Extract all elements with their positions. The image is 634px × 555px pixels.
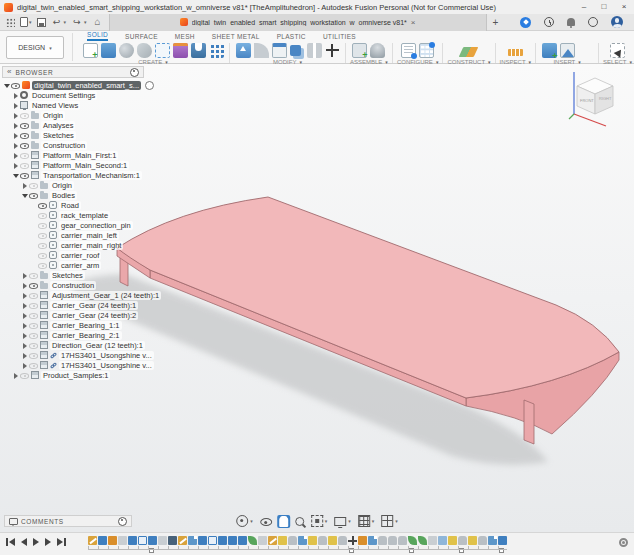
file-button[interactable]: ▾ bbox=[20, 17, 32, 27]
eye-hidden-icon[interactable] bbox=[20, 151, 29, 159]
timeline-feature-leaf-icon[interactable] bbox=[248, 536, 257, 545]
eye-hidden-icon[interactable] bbox=[29, 321, 38, 329]
browser-row[interactable]: Document Settings bbox=[2, 90, 144, 100]
data-panel-grid-button[interactable] bbox=[6, 18, 15, 27]
expander-closed-icon[interactable] bbox=[13, 143, 18, 148]
timeline-feature-hand-icon[interactable] bbox=[288, 536, 297, 545]
configure-icon[interactable] bbox=[401, 43, 416, 58]
timeline-feature-sketch-icon[interactable] bbox=[88, 536, 97, 545]
timeline-feature-dxf-icon[interactable] bbox=[308, 536, 317, 545]
timeline-feature-form-icon[interactable] bbox=[358, 536, 367, 545]
fit-button[interactable]: ▾ bbox=[309, 514, 330, 528]
expander-closed-icon[interactable] bbox=[22, 283, 27, 288]
eye-hidden-icon[interactable] bbox=[29, 331, 38, 339]
timeline-feature-extrude-icon[interactable] bbox=[498, 536, 507, 545]
browser-row[interactable]: Platform_Main_Second:1 bbox=[2, 160, 144, 170]
browser-row[interactable]: Origin bbox=[2, 180, 144, 190]
eye-hidden-icon[interactable] bbox=[29, 291, 38, 299]
home-button[interactable] bbox=[92, 16, 104, 28]
display-settings-button[interactable]: ▾ bbox=[332, 515, 353, 527]
browser-row[interactable]: Platform_Main_First:1 bbox=[2, 150, 144, 160]
timeline-feature-flag-icon[interactable] bbox=[298, 536, 307, 545]
create-sketch-icon[interactable] bbox=[83, 43, 98, 58]
orbit-button[interactable]: ▾ bbox=[234, 514, 255, 528]
loft-icon[interactable] bbox=[155, 43, 170, 58]
ribbon-tab-utilities[interactable]: UTILITIES bbox=[323, 33, 356, 41]
browser-row[interactable]: Origin bbox=[2, 110, 144, 120]
browser-row[interactable]: Carrier_Bearing_1:1 bbox=[2, 320, 144, 330]
timeline-feature-hand-icon[interactable] bbox=[388, 536, 397, 545]
expander-closed-icon[interactable] bbox=[13, 123, 18, 128]
close-button[interactable]: × bbox=[618, 1, 630, 13]
timeline-marker[interactable] bbox=[349, 548, 354, 553]
step-back-button[interactable] bbox=[21, 537, 27, 547]
select-icon[interactable] bbox=[610, 43, 625, 58]
timeline-feature-leaf-icon[interactable] bbox=[418, 536, 427, 545]
ribbon-tab-surface[interactable]: SURFACE bbox=[125, 33, 158, 41]
eye-hidden-icon[interactable] bbox=[29, 361, 38, 369]
save-button[interactable] bbox=[37, 18, 46, 27]
expander-closed-icon[interactable] bbox=[22, 303, 27, 308]
browser-row[interactable]: Transportation_Mechanism:1 bbox=[2, 170, 144, 180]
browser-row[interactable]: Bodies bbox=[2, 190, 144, 200]
expander-open-icon[interactable] bbox=[4, 83, 9, 88]
notifications-button[interactable] bbox=[567, 18, 575, 26]
step-forward-button[interactable] bbox=[45, 537, 51, 547]
expander-open-icon[interactable] bbox=[22, 193, 27, 198]
grid-snaps-button[interactable]: ▾ bbox=[356, 514, 377, 528]
look-at-button[interactable] bbox=[258, 515, 274, 527]
browser-row[interactable]: gear_connection_pin bbox=[2, 220, 144, 230]
timeline-feature-extrude-icon[interactable] bbox=[218, 536, 227, 545]
expander-closed-icon[interactable] bbox=[22, 343, 27, 348]
eye-hidden-icon[interactable] bbox=[20, 161, 29, 169]
timeline-settings-gear-icon[interactable] bbox=[619, 538, 628, 547]
expander-closed-icon[interactable] bbox=[13, 103, 18, 108]
collapse-panel-icon[interactable]: « bbox=[7, 68, 11, 76]
browser-row[interactable]: digital_twin_enabled_smart_s... bbox=[2, 80, 144, 90]
measure-icon[interactable] bbox=[508, 49, 523, 56]
joint-icon[interactable] bbox=[370, 43, 385, 58]
browser-row[interactable]: Sketches bbox=[2, 130, 144, 140]
eye-hidden-icon[interactable] bbox=[29, 311, 38, 319]
timeline-feature-doc-icon[interactable] bbox=[158, 536, 167, 545]
timeline-feature-sketch-icon[interactable] bbox=[268, 536, 277, 545]
timeline-feature-dxf-icon[interactable] bbox=[278, 536, 287, 545]
eye-visible-icon[interactable] bbox=[20, 131, 29, 139]
timeline-feature-flag-icon[interactable] bbox=[488, 536, 497, 545]
timeline-feature-hand-icon[interactable] bbox=[398, 536, 407, 545]
eye-visible-icon[interactable] bbox=[11, 81, 20, 89]
workspace-switcher-button[interactable]: DESIGN ▾ bbox=[6, 36, 64, 59]
timeline-feature-extrude-icon[interactable] bbox=[228, 536, 237, 545]
canvas-icon[interactable] bbox=[560, 43, 575, 58]
expander-closed-icon[interactable] bbox=[13, 153, 18, 158]
browser-row[interactable]: 17HS3401_Usongshine v... bbox=[2, 350, 144, 360]
eye-hidden-icon[interactable] bbox=[29, 351, 38, 359]
timeline-feature-hand-icon[interactable] bbox=[338, 536, 347, 545]
browser-row[interactable]: Adjustment_Gear_1 (24 teeth):1 bbox=[2, 290, 144, 300]
comments-bar[interactable]: COMMENTS bbox=[4, 515, 132, 527]
browser-row[interactable]: Construction bbox=[2, 140, 144, 150]
expander-closed-icon[interactable] bbox=[22, 273, 27, 278]
eye-hidden-icon[interactable] bbox=[29, 271, 38, 279]
timeline-marker[interactable] bbox=[459, 548, 464, 553]
move-icon[interactable] bbox=[325, 43, 340, 58]
expander-closed-icon[interactable] bbox=[22, 363, 27, 368]
shell-icon[interactable] bbox=[272, 43, 287, 58]
timeline-marker[interactable] bbox=[149, 548, 154, 553]
expander-closed-icon[interactable] bbox=[13, 163, 18, 168]
pattern-icon[interactable] bbox=[209, 43, 224, 58]
expander-closed-icon[interactable] bbox=[22, 313, 27, 318]
timeline-feature-sketch-icon[interactable] bbox=[178, 536, 187, 545]
browser-row[interactable]: Direction_Gear (12 teeth):1 bbox=[2, 340, 144, 350]
browser-row[interactable]: Sketches bbox=[2, 270, 144, 280]
ribbon-tab-plastic[interactable]: PLASTIC bbox=[277, 33, 306, 41]
browser-row[interactable]: rack_template bbox=[2, 210, 144, 220]
expander-closed-icon[interactable] bbox=[22, 183, 27, 188]
expander-closed-icon[interactable] bbox=[22, 353, 27, 358]
timeline-feature-extrude-icon[interactable] bbox=[148, 536, 157, 545]
revolve-icon[interactable] bbox=[119, 43, 134, 58]
form-icon[interactable] bbox=[173, 43, 188, 58]
combine-icon[interactable] bbox=[290, 45, 301, 56]
eye-visible-icon[interactable] bbox=[29, 191, 38, 199]
timeline-feature-hole-icon[interactable] bbox=[168, 536, 177, 545]
